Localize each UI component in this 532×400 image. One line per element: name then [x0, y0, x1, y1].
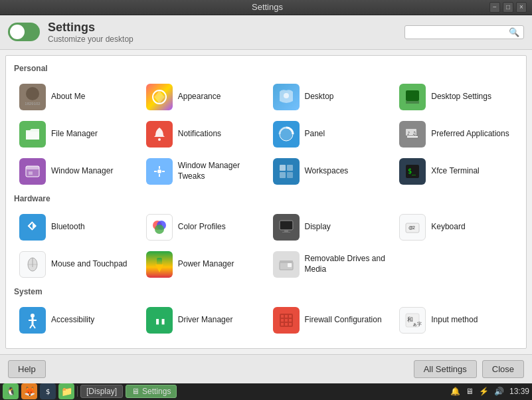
item-appearance[interactable]: Appearance: [141, 80, 265, 114]
xfce-terminal-label: Xfce Terminal: [431, 166, 479, 177]
item-keyboard[interactable]: @2 Keyboard: [394, 210, 518, 245]
svg-rect-20: [287, 172, 293, 178]
about-me-icon: 1829102: [19, 84, 46, 110]
taskbar-icon-3[interactable]: $: [40, 383, 56, 399]
taskbar-screen-icon[interactable]: 🖥: [466, 387, 474, 396]
power-manager-label: Power Manager: [178, 259, 234, 270]
item-desktop-settings[interactable]: Desktop Settings: [394, 80, 518, 114]
svg-rect-11: [29, 171, 33, 175]
maximize-button[interactable]: □: [503, 2, 513, 13]
footer: Help All Settings Close: [0, 354, 532, 383]
app-subtitle: Customize your desktop: [48, 35, 133, 44]
svg-marker-37: [155, 264, 163, 272]
title-block: Settings Customize your desktop: [48, 21, 133, 44]
taskbar-bell-icon[interactable]: 🔔: [450, 387, 460, 396]
app-title: Settings: [48, 21, 133, 35]
item-display[interactable]: Display: [268, 210, 392, 245]
svg-rect-10: [26, 166, 39, 169]
item-color-profiles[interactable]: Color Profiles: [141, 210, 265, 245]
svg-rect-55: [281, 323, 284, 326]
svg-rect-19: [280, 172, 286, 178]
item-driver-manager[interactable]: ▮▮ Driver Manager: [141, 303, 265, 338]
svg-rect-52: [281, 319, 284, 322]
help-button[interactable]: Help: [8, 360, 46, 378]
item-about-me[interactable]: 1829102 About Me: [14, 80, 138, 114]
taskbar-power-icon[interactable]: ⚡: [479, 387, 489, 396]
svg-line-45: [33, 324, 35, 328]
item-power-manager[interactable]: Power Manager: [141, 247, 265, 282]
panel-label: Panel: [305, 129, 325, 140]
item-xfce-terminal[interactable]: $_ Xfce Terminal: [394, 154, 518, 189]
item-notifications[interactable]: Notifications: [141, 117, 265, 151]
taskbar-icon-4[interactable]: 📁: [58, 383, 74, 399]
preferred-applications-label: Preferred Applications: [431, 129, 509, 140]
svg-rect-53: [285, 319, 288, 322]
all-settings-button[interactable]: All Settings: [414, 360, 477, 378]
firewall-icon: [273, 307, 300, 334]
item-preferred-applications[interactable]: ♪ ♫ Preferred Applications: [394, 117, 518, 151]
mouse-touchpad-label: Mouse and Touchpad: [51, 259, 128, 270]
accessibility-label: Accessibility: [51, 315, 94, 326]
search-input[interactable]: [409, 27, 509, 37]
appearance-icon: [146, 84, 173, 110]
svg-rect-57: [289, 323, 292, 326]
item-mouse-touchpad[interactable]: Mouse and Touchpad: [14, 247, 138, 282]
svg-point-25: [155, 225, 164, 234]
color-profiles-icon: [146, 214, 173, 241]
notifications-icon: [146, 121, 173, 148]
section-personal-label: Personal: [14, 64, 518, 74]
taskbar-time: 13:39: [509, 387, 529, 396]
svg-text:$_: $_: [408, 167, 416, 175]
firewall-label: Firewall Configuration: [305, 315, 382, 326]
item-accessibility[interactable]: Accessibility: [14, 303, 138, 338]
search-bar[interactable]: 🔍: [404, 25, 524, 39]
taskbar-separator: [77, 386, 78, 397]
taskbar-display-app[interactable]: [Display]: [80, 385, 123, 398]
taskbar-icon-1[interactable]: 🐧: [3, 383, 19, 399]
item-workspaces[interactable]: Workspaces: [268, 154, 392, 189]
taskbar-right: 🔔 🖥 ⚡ 🔊 13:39: [450, 387, 529, 396]
minimize-button[interactable]: −: [489, 2, 500, 13]
svg-text:♪ ♫: ♪ ♫: [407, 131, 416, 136]
svg-rect-50: [285, 315, 288, 318]
panel-icon: [273, 121, 300, 148]
notifications-label: Notifications: [178, 129, 221, 140]
close-button[interactable]: Close: [482, 360, 524, 378]
footer-right: All Settings Close: [414, 360, 524, 378]
taskbar-volume-icon[interactable]: 🔊: [494, 387, 504, 396]
bluetooth-label: Bluetooth: [51, 222, 85, 233]
driver-manager-label: Driver Manager: [178, 315, 233, 326]
taskbar: 🐧 🦊 $ 📁 [Display] 🖥 Settings 🔔 🖥 ⚡ 🔊 13:…: [0, 383, 532, 400]
item-window-manager[interactable]: Window Manager: [14, 154, 138, 189]
accessibility-icon: [19, 307, 46, 334]
desktop-icon: [273, 84, 300, 110]
display-app-label: [Display]: [86, 387, 117, 396]
item-firewall[interactable]: Firewall Configuration: [268, 303, 392, 338]
app-window: Settings Customize your desktop 🔍 Person…: [0, 15, 532, 383]
color-profiles-label: Color Profiles: [178, 222, 226, 233]
item-desktop[interactable]: Desktop: [268, 80, 392, 114]
svg-text:ぁ字: ぁ字: [412, 322, 422, 327]
section-system-label: System: [14, 287, 518, 298]
svg-rect-27: [280, 221, 292, 229]
close-button[interactable]: ×: [516, 2, 527, 13]
mouse-icon: [19, 251, 46, 278]
svg-rect-39: [280, 260, 293, 263]
taskbar-icon-2[interactable]: 🦊: [21, 383, 37, 399]
removable-icon: [273, 251, 300, 278]
svg-rect-49: [281, 315, 284, 318]
item-wm-tweaks[interactable]: Window Manager Tweaks: [141, 154, 265, 189]
item-bluetooth[interactable]: Bluetooth: [14, 210, 138, 245]
desktop-settings-icon: [399, 84, 426, 110]
taskbar-settings-app[interactable]: 🖥 Settings: [126, 385, 177, 398]
item-input-method[interactable]: 和ぁ字 Input method: [394, 303, 518, 338]
item-panel[interactable]: Panel: [268, 117, 392, 151]
workspaces-label: Workspaces: [305, 166, 349, 177]
window-manager-icon: [19, 158, 46, 185]
item-removable-drives[interactable]: Removable Drives and Media: [268, 247, 392, 282]
xfce-terminal-icon: $_: [399, 158, 426, 185]
item-file-manager[interactable]: File Manager: [14, 117, 138, 151]
svg-text:2: 2: [412, 225, 415, 230]
wm-tweaks-label: Window Manager Tweaks: [178, 161, 260, 181]
power-icon: [146, 251, 173, 278]
